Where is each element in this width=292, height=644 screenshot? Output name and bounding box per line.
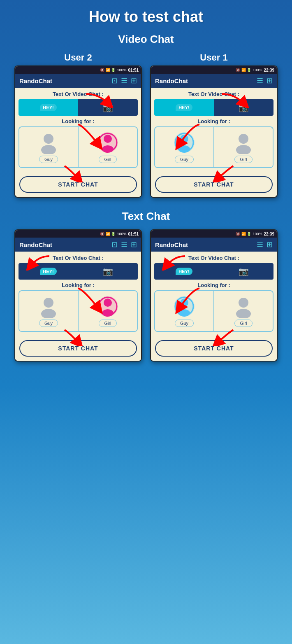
user1-text-phone: 🔇 📶 🔋 100% 22:39 RandoChat ☰ ⊞ Text Or V… bbox=[150, 229, 278, 362]
contacts-icon-u1v[interactable]: ☰ bbox=[257, 76, 263, 85]
user2-video-column: User 2 🔇 📶 🔋 100% 01:51 RandoChat ⊡ ☰ ⊞ … bbox=[14, 52, 142, 198]
guy-option-u2t[interactable]: Guy bbox=[19, 291, 78, 331]
chat-type-u2t: Text Or Video Chat : HEY! 📷 bbox=[15, 252, 141, 280]
grid-icon-u1t[interactable]: ⊞ bbox=[267, 240, 273, 249]
chat-type-buttons-u2v: HEY! 📷 bbox=[19, 99, 138, 116]
text-chat-row: 🔇 📶 🔋 100% 01:51 RandoChat ⊡ ☰ ⊞ Text Or… bbox=[0, 229, 292, 362]
status-bar-u1t: 🔇 📶 🔋 100% 22:39 bbox=[151, 230, 277, 238]
video-chat-btn-u2t[interactable]: 📷 bbox=[78, 263, 138, 280]
bookmark-icon-u2t[interactable]: ⊡ bbox=[111, 240, 118, 249]
looking-u1t: Looking for : bbox=[151, 280, 277, 334]
user2-label: User 2 bbox=[64, 52, 92, 63]
text-chat-btn-u2v[interactable]: HEY! bbox=[19, 99, 78, 116]
arrow-to-guy-u1v bbox=[169, 122, 206, 151]
girl-label-u1v: Girl bbox=[234, 156, 252, 163]
guy-label-u2t: Guy bbox=[39, 320, 58, 327]
guy-option-u2v[interactable]: Guy bbox=[19, 127, 78, 167]
app-bar-icons-u1t: ☰ ⊞ bbox=[257, 240, 273, 249]
looking-u1v: Looking for : bbox=[151, 116, 277, 170]
status-bar-u2t: 🔇 📶 🔋 100% 01:51 bbox=[15, 230, 141, 238]
time-u1t: 22:39 bbox=[264, 232, 274, 236]
camera-icon-u1t: 📷 bbox=[239, 266, 249, 276]
bookmark-icon-u2v[interactable]: ⊡ bbox=[111, 76, 118, 85]
status-icons-u2t: 🔇 📶 🔋 100% bbox=[100, 232, 126, 236]
start-chat-section-u2v: START CHAT bbox=[15, 170, 141, 197]
status-bar-u1v: 🔇 📶 🔋 100% 22:39 bbox=[151, 66, 277, 74]
svg-point-20 bbox=[44, 298, 53, 308]
svg-point-34 bbox=[236, 309, 251, 318]
chat-type-label-u2v: Text Or Video Chat : bbox=[19, 91, 138, 97]
arrow-to-start-u2t bbox=[56, 328, 89, 346]
status-bar-u2v: 🔇 📶 🔋 100% 01:51 bbox=[15, 66, 141, 74]
app-bar-u1t: RandoChat ☰ ⊞ bbox=[151, 238, 277, 252]
arrow-to-start-u2v bbox=[56, 164, 89, 182]
grid-icon-u2t[interactable]: ⊞ bbox=[131, 240, 137, 249]
chat-type-buttons-u1v: HEY! 📷 bbox=[154, 99, 273, 116]
contacts-icon-u2t[interactable]: ☰ bbox=[121, 240, 127, 249]
section-title-video: Video Chat bbox=[118, 33, 174, 46]
app-title-u1t: RandoChat bbox=[155, 241, 188, 248]
arrow-to-start-u1t bbox=[209, 328, 241, 346]
chat-type-label-u1v: Text Or Video Chat : bbox=[154, 91, 273, 97]
girl-option-u1t[interactable]: Girl bbox=[213, 291, 273, 331]
girl-label-u2t: Girl bbox=[99, 320, 116, 327]
girl-option-u1v[interactable]: Girl bbox=[213, 127, 273, 167]
video-chat-row: User 2 🔇 📶 🔋 100% 01:51 RandoChat ⊡ ☰ ⊞ … bbox=[0, 52, 292, 198]
arrow-to-start-u1v bbox=[209, 164, 241, 182]
video-chat-btn-u1t[interactable]: 📷 bbox=[214, 263, 273, 280]
chat-type-u1v: Text Or Video Chat : HEY! 📷 bbox=[151, 88, 277, 116]
time-u2v: 01:51 bbox=[128, 68, 139, 72]
girl-avatar-u1v bbox=[232, 131, 255, 154]
app-title-u2t: RandoChat bbox=[19, 241, 52, 248]
app-bar-u1v: RandoChat ☰ ⊞ bbox=[151, 74, 277, 88]
svg-point-2 bbox=[44, 134, 53, 144]
user2-text-column: 🔇 📶 🔋 100% 01:51 RandoChat ⊡ ☰ ⊞ Text Or… bbox=[14, 229, 142, 362]
status-icons-u2v: 🔇 📶 🔋 100% bbox=[100, 68, 126, 72]
user1-video-column: User 1 🔇 📶 🔋 100% 22:39 RandoChat ☰ ⊞ Te… bbox=[150, 52, 278, 198]
arrow-to-guy-u1t bbox=[169, 286, 206, 315]
girl-avatar-u1t bbox=[232, 295, 255, 318]
app-bar-u2t: RandoChat ⊡ ☰ ⊞ bbox=[15, 238, 141, 252]
grid-icon-u2v[interactable]: ⊞ bbox=[131, 76, 137, 85]
status-icons-u1t: 🔇 📶 🔋 100% bbox=[236, 232, 262, 236]
guy-label-u1t: Guy bbox=[175, 320, 194, 327]
hey-bubble-u1v: HEY! bbox=[176, 104, 192, 111]
app-title-u1v: RandoChat bbox=[155, 77, 188, 84]
time-u2t: 01:51 bbox=[128, 232, 139, 236]
user1-text-column: 🔇 📶 🔋 100% 22:39 RandoChat ☰ ⊞ Text Or V… bbox=[150, 229, 278, 362]
svg-point-16 bbox=[236, 145, 251, 154]
start-chat-section-u1t: START CHAT bbox=[151, 334, 277, 361]
main-title: How to test chat bbox=[89, 8, 203, 26]
girl-label-u1t: Girl bbox=[234, 320, 252, 327]
arrow-to-girl-u2v bbox=[72, 122, 109, 151]
user1-video-phone: 🔇 📶 🔋 100% 22:39 RandoChat ☰ ⊞ Text Or V… bbox=[150, 65, 278, 198]
camera-icon-u2t: 📷 bbox=[103, 266, 113, 276]
app-bar-icons-u2t: ⊡ ☰ ⊞ bbox=[111, 240, 137, 249]
text-chat-btn-u1v[interactable]: HEY! bbox=[154, 99, 214, 116]
hey-bubble-u2v: HEY! bbox=[40, 104, 56, 111]
arrow-to-girl-u2t bbox=[72, 286, 109, 315]
grid-icon-u1v[interactable]: ⊞ bbox=[267, 76, 273, 85]
svg-point-33 bbox=[239, 298, 248, 308]
svg-point-15 bbox=[239, 134, 248, 144]
arrow-to-text-u1t bbox=[158, 254, 191, 271]
app-bar-icons-u1v: ☰ ⊞ bbox=[257, 76, 273, 85]
arrow-to-video-u1v bbox=[218, 92, 251, 108]
arrow-to-video-u2v bbox=[82, 92, 115, 108]
guy-label-u2v: Guy bbox=[39, 156, 58, 163]
user1-label: User 1 bbox=[200, 52, 227, 63]
user2-text-phone: 🔇 📶 🔋 100% 01:51 RandoChat ⊡ ☰ ⊞ Text Or… bbox=[14, 229, 142, 362]
girl-label-u2v: Girl bbox=[99, 156, 116, 163]
app-bar-u2v: RandoChat ⊡ ☰ ⊞ bbox=[15, 74, 141, 88]
looking-u2t: Looking for : Guy bbox=[15, 280, 141, 334]
user2-video-phone: 🔇 📶 🔋 100% 01:51 RandoChat ⊡ ☰ ⊞ Text Or… bbox=[14, 65, 142, 198]
guy-label-u1v: Guy bbox=[175, 156, 194, 163]
section-title-text: Text Chat bbox=[122, 210, 170, 223]
contacts-icon-u1t[interactable]: ☰ bbox=[257, 240, 263, 249]
chat-type-u1t: Text Or Video Chat : HEY! 📷 bbox=[151, 252, 277, 280]
contacts-icon-u2v[interactable]: ☰ bbox=[121, 76, 127, 85]
guy-avatar-u2t bbox=[37, 295, 60, 318]
svg-point-3 bbox=[41, 145, 56, 154]
start-chat-section-u1v: START CHAT bbox=[151, 170, 277, 197]
app-title-u2v: RandoChat bbox=[19, 77, 52, 84]
